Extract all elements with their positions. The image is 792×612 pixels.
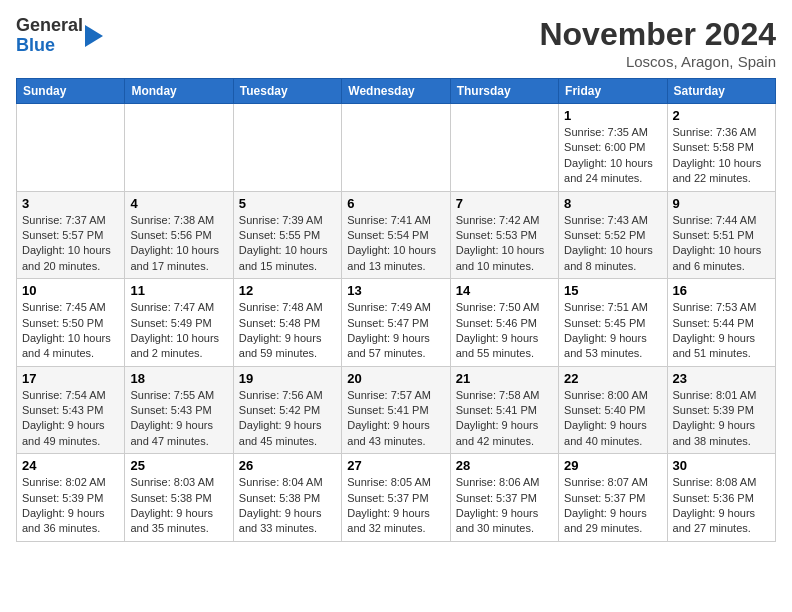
- day-number: 11: [130, 283, 227, 298]
- calendar-table: SundayMondayTuesdayWednesdayThursdayFrid…: [16, 78, 776, 542]
- calendar-cell: 2Sunrise: 7:36 AM Sunset: 5:58 PM Daylig…: [667, 104, 775, 192]
- day-number: 8: [564, 196, 661, 211]
- calendar-cell: 24Sunrise: 8:02 AM Sunset: 5:39 PM Dayli…: [17, 454, 125, 542]
- day-info: Sunrise: 7:38 AM Sunset: 5:56 PM Dayligh…: [130, 213, 227, 275]
- weekday-header: Sunday: [17, 79, 125, 104]
- day-info: Sunrise: 7:42 AM Sunset: 5:53 PM Dayligh…: [456, 213, 553, 275]
- svg-marker-0: [85, 25, 103, 47]
- day-number: 1: [564, 108, 661, 123]
- day-number: 14: [456, 283, 553, 298]
- weekday-header: Friday: [559, 79, 667, 104]
- day-info: Sunrise: 8:03 AM Sunset: 5:38 PM Dayligh…: [130, 475, 227, 537]
- calendar-cell: 27Sunrise: 8:05 AM Sunset: 5:37 PM Dayli…: [342, 454, 450, 542]
- calendar-cell: 15Sunrise: 7:51 AM Sunset: 5:45 PM Dayli…: [559, 279, 667, 367]
- day-info: Sunrise: 7:56 AM Sunset: 5:42 PM Dayligh…: [239, 388, 336, 450]
- calendar-week-row: 17Sunrise: 7:54 AM Sunset: 5:43 PM Dayli…: [17, 366, 776, 454]
- calendar-cell: [125, 104, 233, 192]
- calendar-cell: 26Sunrise: 8:04 AM Sunset: 5:38 PM Dayli…: [233, 454, 341, 542]
- calendar-cell: 17Sunrise: 7:54 AM Sunset: 5:43 PM Dayli…: [17, 366, 125, 454]
- calendar-cell: 12Sunrise: 7:48 AM Sunset: 5:48 PM Dayli…: [233, 279, 341, 367]
- calendar-cell: 23Sunrise: 8:01 AM Sunset: 5:39 PM Dayli…: [667, 366, 775, 454]
- day-number: 29: [564, 458, 661, 473]
- calendar-cell: 16Sunrise: 7:53 AM Sunset: 5:44 PM Dayli…: [667, 279, 775, 367]
- day-number: 10: [22, 283, 119, 298]
- day-number: 7: [456, 196, 553, 211]
- day-number: 20: [347, 371, 444, 386]
- location: Loscos, Aragon, Spain: [539, 53, 776, 70]
- day-info: Sunrise: 8:08 AM Sunset: 5:36 PM Dayligh…: [673, 475, 770, 537]
- page-header: General Blue November 2024 Loscos, Arago…: [16, 16, 776, 70]
- calendar-week-row: 10Sunrise: 7:45 AM Sunset: 5:50 PM Dayli…: [17, 279, 776, 367]
- day-info: Sunrise: 8:05 AM Sunset: 5:37 PM Dayligh…: [347, 475, 444, 537]
- logo: General Blue: [16, 16, 103, 56]
- calendar-cell: 11Sunrise: 7:47 AM Sunset: 5:49 PM Dayli…: [125, 279, 233, 367]
- title-block: November 2024 Loscos, Aragon, Spain: [539, 16, 776, 70]
- day-number: 17: [22, 371, 119, 386]
- calendar-cell: 28Sunrise: 8:06 AM Sunset: 5:37 PM Dayli…: [450, 454, 558, 542]
- day-info: Sunrise: 7:57 AM Sunset: 5:41 PM Dayligh…: [347, 388, 444, 450]
- weekday-header: Thursday: [450, 79, 558, 104]
- day-number: 9: [673, 196, 770, 211]
- day-number: 24: [22, 458, 119, 473]
- day-number: 27: [347, 458, 444, 473]
- day-info: Sunrise: 7:55 AM Sunset: 5:43 PM Dayligh…: [130, 388, 227, 450]
- day-number: 5: [239, 196, 336, 211]
- day-info: Sunrise: 7:44 AM Sunset: 5:51 PM Dayligh…: [673, 213, 770, 275]
- day-number: 26: [239, 458, 336, 473]
- day-number: 16: [673, 283, 770, 298]
- calendar-header: SundayMondayTuesdayWednesdayThursdayFrid…: [17, 79, 776, 104]
- calendar-cell: 8Sunrise: 7:43 AM Sunset: 5:52 PM Daylig…: [559, 191, 667, 279]
- calendar-cell: 1Sunrise: 7:35 AM Sunset: 6:00 PM Daylig…: [559, 104, 667, 192]
- day-number: 13: [347, 283, 444, 298]
- day-number: 23: [673, 371, 770, 386]
- day-info: Sunrise: 8:02 AM Sunset: 5:39 PM Dayligh…: [22, 475, 119, 537]
- day-info: Sunrise: 7:37 AM Sunset: 5:57 PM Dayligh…: [22, 213, 119, 275]
- header-row: SundayMondayTuesdayWednesdayThursdayFrid…: [17, 79, 776, 104]
- day-number: 22: [564, 371, 661, 386]
- calendar-cell: 20Sunrise: 7:57 AM Sunset: 5:41 PM Dayli…: [342, 366, 450, 454]
- day-info: Sunrise: 7:39 AM Sunset: 5:55 PM Dayligh…: [239, 213, 336, 275]
- day-info: Sunrise: 7:51 AM Sunset: 5:45 PM Dayligh…: [564, 300, 661, 362]
- calendar-cell: 4Sunrise: 7:38 AM Sunset: 5:56 PM Daylig…: [125, 191, 233, 279]
- calendar-cell: 21Sunrise: 7:58 AM Sunset: 5:41 PM Dayli…: [450, 366, 558, 454]
- calendar-cell: 6Sunrise: 7:41 AM Sunset: 5:54 PM Daylig…: [342, 191, 450, 279]
- calendar-cell: [342, 104, 450, 192]
- day-info: Sunrise: 8:01 AM Sunset: 5:39 PM Dayligh…: [673, 388, 770, 450]
- day-info: Sunrise: 7:53 AM Sunset: 5:44 PM Dayligh…: [673, 300, 770, 362]
- day-info: Sunrise: 8:07 AM Sunset: 5:37 PM Dayligh…: [564, 475, 661, 537]
- day-number: 30: [673, 458, 770, 473]
- day-info: Sunrise: 7:54 AM Sunset: 5:43 PM Dayligh…: [22, 388, 119, 450]
- day-number: 19: [239, 371, 336, 386]
- day-number: 15: [564, 283, 661, 298]
- calendar-cell: 14Sunrise: 7:50 AM Sunset: 5:46 PM Dayli…: [450, 279, 558, 367]
- logo-text: General Blue: [16, 16, 83, 56]
- weekday-header: Saturday: [667, 79, 775, 104]
- day-info: Sunrise: 7:43 AM Sunset: 5:52 PM Dayligh…: [564, 213, 661, 275]
- day-info: Sunrise: 7:45 AM Sunset: 5:50 PM Dayligh…: [22, 300, 119, 362]
- calendar-week-row: 3Sunrise: 7:37 AM Sunset: 5:57 PM Daylig…: [17, 191, 776, 279]
- day-info: Sunrise: 7:36 AM Sunset: 5:58 PM Dayligh…: [673, 125, 770, 187]
- day-info: Sunrise: 7:48 AM Sunset: 5:48 PM Dayligh…: [239, 300, 336, 362]
- calendar-cell: 9Sunrise: 7:44 AM Sunset: 5:51 PM Daylig…: [667, 191, 775, 279]
- calendar-cell: [233, 104, 341, 192]
- day-info: Sunrise: 7:50 AM Sunset: 5:46 PM Dayligh…: [456, 300, 553, 362]
- day-info: Sunrise: 8:00 AM Sunset: 5:40 PM Dayligh…: [564, 388, 661, 450]
- weekday-header: Monday: [125, 79, 233, 104]
- calendar-cell: 13Sunrise: 7:49 AM Sunset: 5:47 PM Dayli…: [342, 279, 450, 367]
- day-number: 25: [130, 458, 227, 473]
- calendar-week-row: 1Sunrise: 7:35 AM Sunset: 6:00 PM Daylig…: [17, 104, 776, 192]
- calendar-cell: [17, 104, 125, 192]
- calendar-cell: 25Sunrise: 8:03 AM Sunset: 5:38 PM Dayli…: [125, 454, 233, 542]
- day-number: 21: [456, 371, 553, 386]
- calendar-cell: 10Sunrise: 7:45 AM Sunset: 5:50 PM Dayli…: [17, 279, 125, 367]
- day-number: 3: [22, 196, 119, 211]
- calendar-body: 1Sunrise: 7:35 AM Sunset: 6:00 PM Daylig…: [17, 104, 776, 542]
- calendar-cell: 3Sunrise: 7:37 AM Sunset: 5:57 PM Daylig…: [17, 191, 125, 279]
- weekday-header: Wednesday: [342, 79, 450, 104]
- calendar-week-row: 24Sunrise: 8:02 AM Sunset: 5:39 PM Dayli…: [17, 454, 776, 542]
- calendar-cell: 30Sunrise: 8:08 AM Sunset: 5:36 PM Dayli…: [667, 454, 775, 542]
- day-number: 2: [673, 108, 770, 123]
- weekday-header: Tuesday: [233, 79, 341, 104]
- day-info: Sunrise: 8:04 AM Sunset: 5:38 PM Dayligh…: [239, 475, 336, 537]
- calendar-cell: 18Sunrise: 7:55 AM Sunset: 5:43 PM Dayli…: [125, 366, 233, 454]
